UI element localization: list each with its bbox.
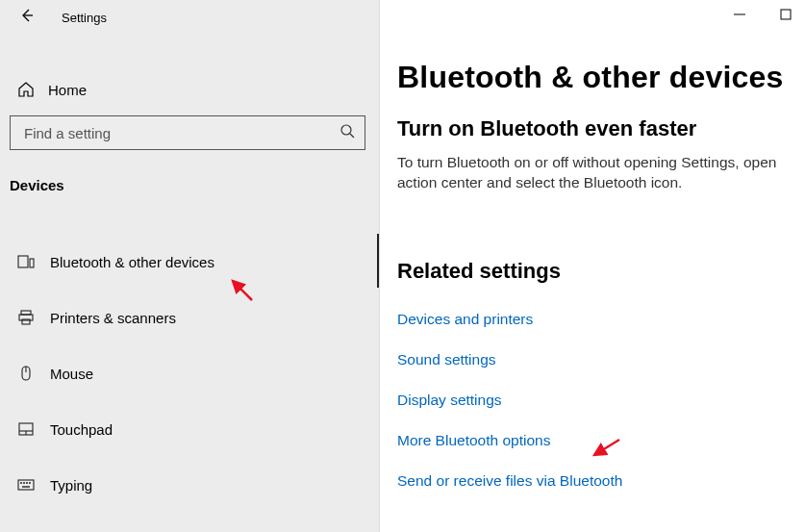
back-arrow-icon bbox=[19, 8, 35, 27]
page-title: Bluetooth & other devices bbox=[397, 60, 805, 95]
link-devices-printers[interactable]: Devices and printers bbox=[397, 299, 805, 340]
window-controls bbox=[730, 6, 795, 25]
nav-item-touchpad[interactable]: Touchpad bbox=[0, 401, 379, 457]
nav-item-printers[interactable]: Printers & scanners bbox=[0, 290, 379, 345]
app-title: Settings bbox=[62, 11, 107, 25]
svg-rect-2 bbox=[18, 256, 28, 267]
svg-rect-20 bbox=[781, 10, 791, 19]
svg-rect-4 bbox=[21, 311, 31, 315]
settings-window: Settings Home Devices Bluetooth & other … bbox=[0, 0, 805, 532]
home-nav[interactable]: Home bbox=[0, 73, 379, 106]
link-sound-settings[interactable]: Sound settings bbox=[397, 340, 805, 380]
printer-icon bbox=[15, 309, 37, 326]
page-subheading: Turn on Bluetooth even faster bbox=[397, 116, 805, 141]
sidebar: Settings Home Devices Bluetooth & other … bbox=[0, 0, 380, 532]
titlebar: Settings bbox=[0, 0, 379, 35]
svg-line-1 bbox=[350, 134, 354, 138]
search-input[interactable] bbox=[22, 124, 340, 142]
section-header: Devices bbox=[10, 177, 379, 193]
home-label: Home bbox=[48, 82, 87, 98]
nav-item-label: Mouse bbox=[50, 366, 93, 382]
home-icon bbox=[15, 81, 37, 98]
maximize-icon bbox=[780, 7, 792, 24]
search-box[interactable] bbox=[10, 115, 365, 150]
back-button[interactable] bbox=[13, 4, 40, 31]
nav-active-indicator bbox=[377, 234, 379, 288]
nav-item-mouse[interactable]: Mouse bbox=[0, 345, 379, 401]
nav-item-label: Bluetooth & other devices bbox=[50, 254, 214, 270]
keyboard-icon bbox=[15, 476, 37, 494]
svg-rect-3 bbox=[30, 259, 34, 267]
touchpad-icon bbox=[15, 420, 37, 438]
link-more-bluetooth[interactable]: More Bluetooth options bbox=[397, 420, 805, 461]
maximize-button[interactable] bbox=[776, 6, 795, 25]
link-display-settings[interactable]: Display settings bbox=[397, 380, 805, 420]
nav-item-label: Printers & scanners bbox=[50, 310, 176, 326]
devices-icon bbox=[15, 253, 37, 270]
nav-item-typing[interactable]: Typing bbox=[0, 457, 379, 513]
nav-item-label: Touchpad bbox=[50, 421, 113, 438]
minimize-icon bbox=[734, 7, 745, 24]
related-settings-heading: Related settings bbox=[397, 259, 805, 284]
nav-list: Bluetooth & other devices Printers & sca… bbox=[0, 234, 379, 513]
svg-point-0 bbox=[341, 125, 351, 135]
content-pane: Bluetooth & other devices Turn on Blueto… bbox=[380, 0, 805, 532]
nav-item-bluetooth[interactable]: Bluetooth & other devices bbox=[0, 234, 379, 290]
search-icon bbox=[340, 123, 355, 142]
nav-item-label: Typing bbox=[50, 477, 92, 494]
link-send-receive-bluetooth[interactable]: Send or receive files via Bluetooth bbox=[397, 461, 805, 501]
related-links: Devices and printers Sound settings Disp… bbox=[397, 299, 805, 501]
mouse-icon bbox=[15, 365, 37, 382]
page-body: To turn Bluetooth on or off without open… bbox=[397, 153, 792, 193]
minimize-button[interactable] bbox=[730, 6, 749, 25]
svg-rect-12 bbox=[18, 480, 34, 490]
